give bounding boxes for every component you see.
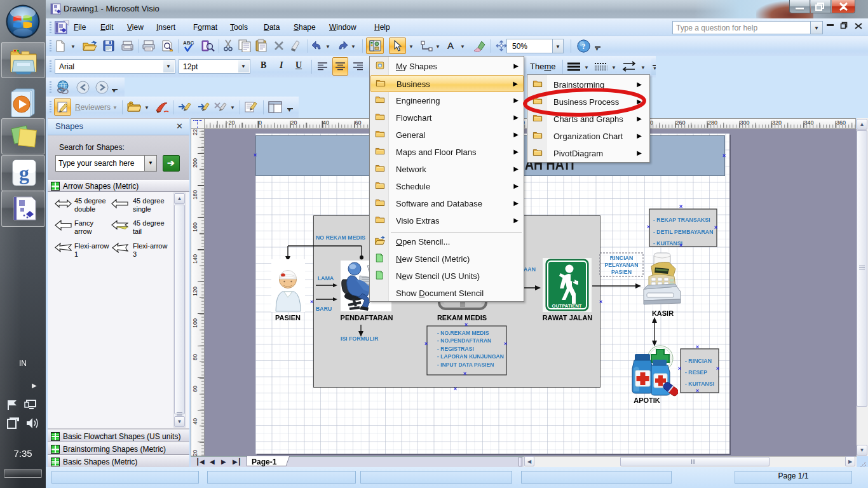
svg-text:?: ? <box>582 42 586 51</box>
svg-text:g: g <box>19 161 29 184</box>
